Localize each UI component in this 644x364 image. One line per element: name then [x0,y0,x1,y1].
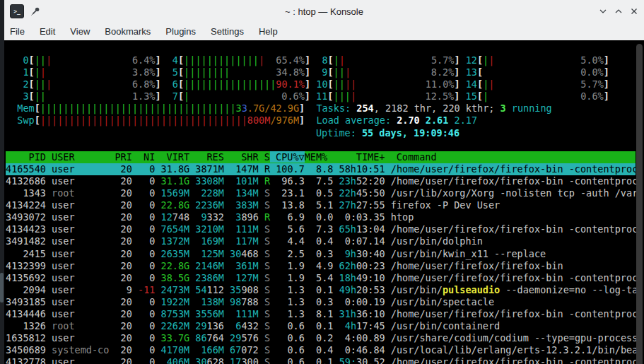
cpu-meters-row: 1[|| 3.8%] 5[|||||||| 34.8%] 9[||| 8.2%]… [6,66,638,78]
konsole-window: >_ ~ : htop — Konsole File Edit View Boo… [4,0,644,364]
cpu-meters-row: 2[||| 6.8%] 6[||||||||||||||||90.1%] 10[… [6,78,638,90]
process-row[interactable]: 4132778 user 20 0 406M 30628 17300 S 0.6… [6,356,638,364]
terminal-screen[interactable]: 0[||| 6.4%] 4[|||||||||||||| 65.4%] 8[||… [4,40,644,364]
process-row[interactable]: 3450689 systemd-co 20 0 4170M 166M 67072… [6,344,638,356]
window-title: ~ : htop — Konsole [4,6,644,17]
process-row[interactable]: 2415 user 20 0 2635M 125M 30468 S 2.5 0.… [6,248,638,260]
process-row[interactable]: 4132399 user 20 0 22.8G 2146M 361M S 1.9… [6,260,638,272]
uptime-row: Uptime: 55 days, 19:09:46 [6,127,638,139]
menu-item-help[interactable]: Help [259,26,278,37]
menu-item-bookmarks[interactable]: Bookmarks [105,26,151,37]
process-table-header[interactable]: PID USER PRI NI VIRT RES SHR S CPU%▽MEM%… [6,151,636,163]
blank-row [6,139,638,151]
menu-item-view[interactable]: View [70,26,90,37]
menu-item-settings[interactable]: Settings [211,26,244,37]
process-row[interactable]: 1343 root 20 0 1569M 228M 134M S 23.1 0.… [6,187,638,199]
process-row[interactable]: 1635812 user 20 0 33.7G 86764 29576 S 0.… [6,332,638,344]
process-row[interactable]: 4132686 user 20 0 31.1G 3308M 101M R 96.… [6,175,638,187]
menu-item-file[interactable]: File [10,26,25,37]
process-row[interactable]: 4135692 user 20 0 38.5G 2386M 127M S 1.9… [6,272,638,284]
sort-column-cpu: CPU%▽ [270,151,305,163]
cpu-meters-row: 0[||| 6.4%] 4[|||||||||||||| 65.4%] 8[||… [6,54,638,66]
menu-item-edit[interactable]: Edit [40,26,55,37]
terminal-scrollbar[interactable] [636,44,643,364]
process-row[interactable]: 3493185 user 20 0 1922M 138M 98788 S 1.3… [6,296,638,308]
process-row[interactable]: 4134423 user 20 0 7654M 3210M 111M S 5.6… [6,223,638,235]
process-row[interactable]: 4165540 user 20 0 31.8G 3871M 147M R 100… [6,163,636,175]
process-row[interactable]: 4134446 user 20 0 8753M 3556M 111M S 1.3… [6,308,638,320]
background-window-scrollbar [0,273,4,303]
process-row[interactable]: 3491482 user 20 0 1372M 169M 117M S 4.4 … [6,235,638,247]
menu-bar: File Edit View Bookmarks Plugins Setting… [4,23,644,40]
swap-meter-load-row: Swp[||||||||||||||||||||||||||||||||||||… [6,115,638,127]
process-row[interactable]: 3493072 user 20 0 12748 9332 3896 R 6.9 … [6,211,638,223]
process-row[interactable]: 4134224 user 20 0 22.8G 2236M 383M S 13.… [6,199,638,211]
menu-item-plugins[interactable]: Plugins [165,26,196,37]
process-row[interactable]: 1326 root 20 0 2262M 29136 6432 S 0.6 0.… [6,320,638,332]
process-row[interactable]: 2094 user 9 -11 2473M 54112 35908 S 1.3 … [6,284,638,296]
title-bar[interactable]: >_ ~ : htop — Konsole [4,0,644,23]
cpu-meters-row: 3[|| 1.3%] 7[| 0.6%] 11[|||| 12.5%] 15[|… [6,90,638,102]
htop-output: 0[||| 6.4%] 4[|||||||||||||| 65.4%] 8[||… [6,54,638,364]
memory-meter-tasks-row: Mem[||||||||||||||||||||||||||||||||||33… [6,102,638,115]
